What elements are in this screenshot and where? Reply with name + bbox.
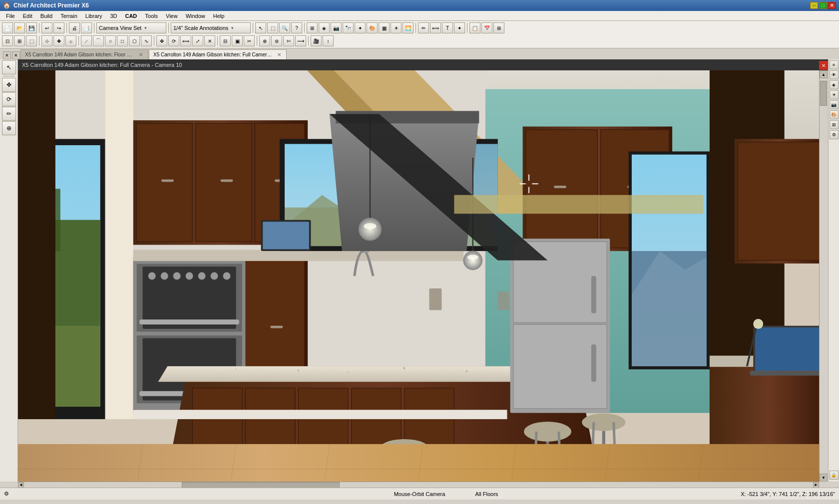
select-all-btn[interactable]: ⊡	[2, 35, 13, 46]
menu-edit[interactable]: Edit	[19, 12, 36, 19]
floor-plan-btn[interactable]: ⊞	[307, 22, 318, 33]
material-list-btn[interactable]: 📋	[469, 22, 480, 33]
lock-icon[interactable]: 🔒	[830, 471, 839, 480]
rotate-view-tool[interactable]: ⟳	[2, 92, 16, 106]
menu-build[interactable]: Build	[36, 12, 56, 19]
angle-snap-btn[interactable]: ⌕	[65, 35, 76, 46]
select-tool-left[interactable]: ↖	[2, 60, 16, 74]
right-icon-3[interactable]: ◈	[830, 80, 839, 89]
edit-line-btn[interactable]: ⊕	[259, 35, 270, 46]
tab-floor-plan[interactable]: X5 Carrolton 149 Adam Gibson kitchen: Fl…	[20, 49, 148, 59]
right-icon-6[interactable]: 🎨	[830, 110, 839, 119]
select-tool[interactable]: ⬚	[267, 22, 278, 33]
close-tab-button[interactable]: ✕	[12, 51, 20, 59]
menu-3d[interactable]: 3D	[106, 12, 121, 19]
scale-dropdown[interactable]: 1/4" Scale Annotations ▼	[171, 22, 251, 33]
menu-view[interactable]: View	[162, 12, 182, 19]
camera-orbit-btn[interactable]: 🎥	[311, 35, 322, 46]
menu-terrain[interactable]: Terrain	[56, 12, 81, 19]
right-icon-4[interactable]: ☀	[830, 90, 839, 99]
offset-btn[interactable]: ⊜	[271, 35, 282, 46]
tab-camera-10[interactable]: X5 Carrolton 149 Adam Gibson kitchen: Fu…	[149, 49, 287, 59]
tab-camera-10-close[interactable]: ✕	[276, 52, 282, 58]
break-btn[interactable]: ✂	[244, 35, 255, 46]
rotate-btn[interactable]: ⟳	[168, 35, 179, 46]
zoom-tool[interactable]: 🔍	[279, 22, 290, 33]
spline-btn[interactable]: ∿	[141, 35, 152, 46]
open-button[interactable]: 📂	[14, 22, 25, 33]
viewport-close-button[interactable]: ✕	[819, 61, 828, 70]
menu-window[interactable]: Window	[182, 12, 209, 19]
3d-view-btn[interactable]: ◈	[319, 22, 330, 33]
select-room-btn[interactable]: ⬚	[26, 35, 37, 46]
rect-btn[interactable]: □	[117, 35, 128, 46]
backdrop-btn[interactable]: 🌅	[403, 22, 414, 33]
new-button[interactable]: 📄	[2, 22, 13, 33]
mirror-btn[interactable]: ⟺	[180, 35, 191, 46]
dimension-btn[interactable]: ⟺	[430, 22, 441, 33]
snap-btn[interactable]: ⊹	[41, 35, 52, 46]
h-scroll-thumb[interactable]	[182, 482, 340, 488]
scroll-up-button[interactable]: ▲	[820, 70, 828, 78]
room-type-btn[interactable]: ⊟	[220, 35, 231, 46]
move-btn[interactable]: ✥	[156, 35, 167, 46]
print-button[interactable]: 🖨	[69, 22, 80, 33]
wall-type-btn[interactable]: ▣	[232, 35, 243, 46]
question-button[interactable]: ?	[291, 22, 302, 33]
scroll-left-button[interactable]: ◄	[18, 482, 24, 488]
dolly-btn[interactable]: ↕	[323, 35, 334, 46]
ray-trace-btn[interactable]: ✦	[355, 22, 366, 33]
scroll-right-button[interactable]: ►	[813, 482, 819, 488]
select-obj-btn[interactable]: ⊞	[14, 35, 25, 46]
new-tab-button[interactable]: ✕	[3, 51, 11, 59]
maximize-button[interactable]: □	[819, 2, 827, 9]
right-icon-5[interactable]: 📷	[830, 100, 839, 109]
symbol-btn[interactable]: ✦	[454, 22, 465, 33]
add-tool-left[interactable]: ⊕	[2, 121, 16, 135]
right-icon-7[interactable]: ⊞	[830, 120, 839, 129]
scale-obj-btn[interactable]: ⤢	[192, 35, 203, 46]
camera-view-set-dropdown[interactable]: Camera View Set ▼	[96, 22, 166, 33]
draw-line-btn[interactable]: ✏	[418, 22, 429, 33]
menu-file[interactable]: File	[2, 12, 19, 19]
menu-library[interactable]: Library	[81, 12, 106, 19]
trim-btn[interactable]: ✄	[283, 35, 294, 46]
ortho-btn[interactable]: ✚	[53, 35, 64, 46]
arc-btn[interactable]: ⌒	[93, 35, 104, 46]
materials-btn[interactable]: 🎨	[367, 22, 378, 33]
menu-cad[interactable]: CAD	[121, 12, 141, 19]
right-icon-2[interactable]: 👁	[830, 70, 839, 79]
save-button[interactable]: 💾	[26, 22, 37, 33]
camera-btn[interactable]: 📷	[331, 22, 342, 33]
pointer-tool[interactable]: ↖	[255, 22, 266, 33]
table-btn[interactable]: ⊞	[493, 22, 504, 33]
pan-tool-left[interactable]: ✥	[2, 78, 16, 92]
schedule-btn[interactable]: 📅	[481, 22, 492, 33]
circle-btn[interactable]: ○	[105, 35, 116, 46]
scroll-down-button[interactable]: ▼	[820, 474, 828, 482]
tab-floor-plan-close[interactable]: ✕	[138, 52, 144, 58]
svg-point-56	[403, 367, 406, 369]
print-pdf-button[interactable]: 📑	[81, 22, 92, 33]
right-icon-1[interactable]: ≡	[830, 60, 839, 69]
v-scrollbar[interactable]: ▲ ▼	[819, 70, 828, 482]
redo-button[interactable]: ↪	[53, 22, 64, 33]
delete-btn[interactable]: ✕	[204, 35, 215, 46]
minimize-button[interactable]: ─	[810, 2, 818, 9]
fill-btn[interactable]: ▦	[379, 22, 390, 33]
line-btn[interactable]: ⟋	[81, 35, 92, 46]
aerial-btn[interactable]: 🔭	[343, 22, 354, 33]
close-button[interactable]: ✕	[828, 2, 836, 9]
right-icon-8[interactable]: ⚙	[830, 130, 839, 139]
v-scroll-thumb[interactable]	[820, 81, 827, 106]
undo-button[interactable]: ↩	[41, 22, 52, 33]
extend-btn[interactable]: ⟶	[295, 35, 306, 46]
menu-tools[interactable]: Tools	[141, 12, 162, 19]
kitchen-render[interactable]	[18, 70, 828, 482]
lighting-btn[interactable]: ☀	[391, 22, 402, 33]
menu-help[interactable]: Help	[209, 12, 229, 19]
poly-btn[interactable]: ⬡	[129, 35, 140, 46]
draw-tool-left[interactable]: ✏	[2, 107, 16, 121]
text-btn[interactable]: T	[442, 22, 453, 33]
settings-icon[interactable]: ⚙	[4, 491, 9, 497]
